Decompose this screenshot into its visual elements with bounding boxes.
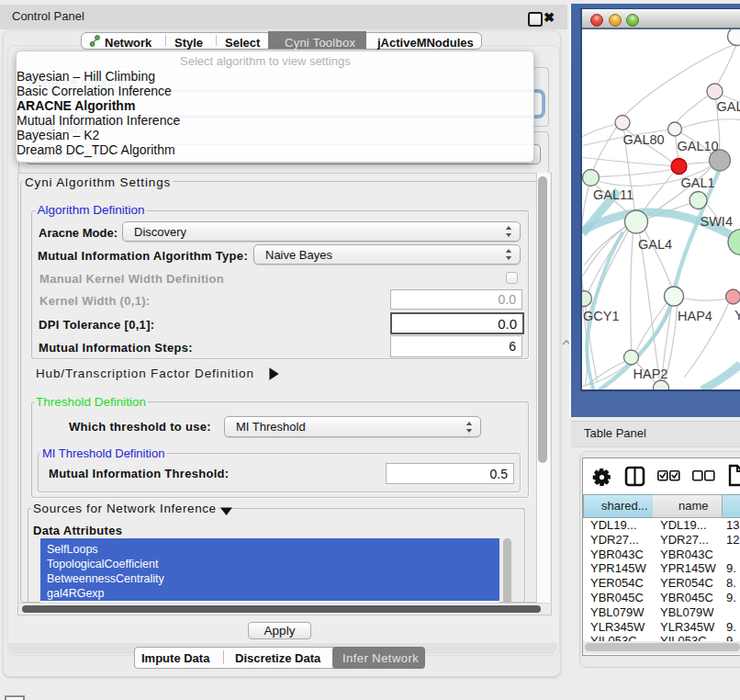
svg-text:Y: Y	[734, 307, 740, 322]
svg-text:GAL7: GAL7	[716, 98, 740, 113]
svg-text:GAL4: GAL4	[638, 236, 672, 251]
svg-text:SWI4: SWI4	[700, 213, 732, 228]
svg-text:GAL80: GAL80	[622, 131, 664, 146]
svg-text:HAP2: HAP2	[633, 367, 667, 381]
svg-text:GAL1: GAL1	[680, 175, 714, 189]
svg-text:HAP4: HAP4	[678, 308, 712, 322]
svg-text:GAL11: GAL11	[593, 186, 633, 201]
svg-text:GCY1: GCY1	[583, 309, 620, 323]
svg-text:GAL10: GAL10	[677, 138, 718, 152]
